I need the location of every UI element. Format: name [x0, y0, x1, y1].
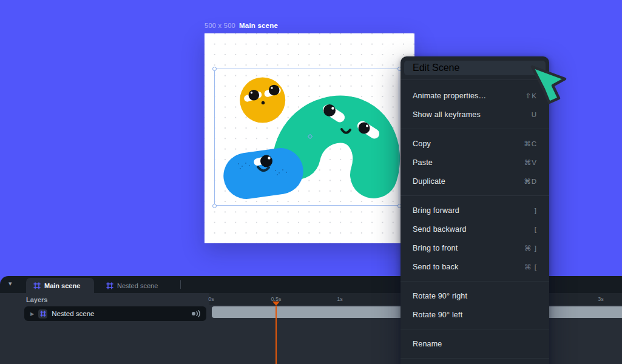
artboard-label: 500 x 500 Main scene [205, 22, 278, 29]
menu-item-paste[interactable]: Paste ⌘V [401, 153, 549, 172]
menu-item-send-backward[interactable]: Send backward [ [401, 220, 549, 238]
tab-label: Nested scene [117, 282, 158, 289]
animation-waves-icon[interactable] [191, 309, 200, 318]
ruler-tick: 1s [337, 296, 343, 302]
menu-section: Bring forward ] Send backward [ Bring to… [401, 196, 549, 281]
cursor-pointer-icon [527, 61, 572, 109]
menu-item-rotate-90-left[interactable]: Rotate 90° left [401, 305, 549, 324]
menu-section: Rename [401, 329, 549, 358]
menu-section: Copy ⌘C Paste ⌘V Duplicate ⌘D [401, 129, 549, 195]
menu-item-rotate-90-right[interactable]: Rotate 90° right [401, 286, 549, 305]
menu-item-edit-scene[interactable]: Edit Scene [404, 61, 546, 75]
layers-header: Layers [26, 296, 47, 303]
playhead-line[interactable] [276, 306, 277, 364]
selection-handle-top-left[interactable] [212, 67, 217, 71]
selection-box[interactable] [214, 69, 399, 206]
ruler-tick: 3s [598, 296, 604, 302]
layer-row-nested-scene[interactable]: ▶ Nested scene [24, 306, 206, 321]
menu-item-bring-forward[interactable]: Bring forward ] [401, 201, 549, 220]
menu-section: Rotate 90° right Rotate 90° left [401, 281, 549, 329]
selection-handle-bottom-left[interactable] [212, 204, 217, 208]
layer-frame-icon [38, 309, 47, 318]
menu-item-duplicate[interactable]: Duplicate ⌘D [401, 172, 549, 190]
artboard-size-label: 500 x 500 [205, 22, 235, 29]
tab-separator [180, 280, 181, 289]
tab-main-scene[interactable]: Main scene [26, 278, 94, 293]
ruler-tick: 0s [208, 296, 214, 302]
menu-item-rename[interactable]: Rename [401, 334, 549, 353]
expand-caret-icon[interactable]: ▶ [30, 311, 34, 317]
menu-item-send-to-back[interactable]: Send to back ⌘ [ [401, 257, 549, 276]
tab-nested-scene[interactable]: Nested scene [99, 278, 165, 293]
menu-item-copy[interactable]: Copy ⌘C [401, 134, 549, 153]
menu-item-bring-to-front[interactable]: Bring to front ⌘ ] [401, 238, 549, 257]
tab-label: Main scene [44, 282, 80, 289]
collapse-panel-caret-icon[interactable]: ▾ [8, 280, 12, 288]
frame-icon [33, 282, 41, 289]
menu-divider [401, 358, 549, 359]
playhead-handle[interactable] [272, 302, 280, 306]
layer-name: Nested scene [52, 310, 187, 317]
artboard-name-label[interactable]: Main scene [239, 22, 278, 29]
frame-icon [106, 282, 113, 289]
